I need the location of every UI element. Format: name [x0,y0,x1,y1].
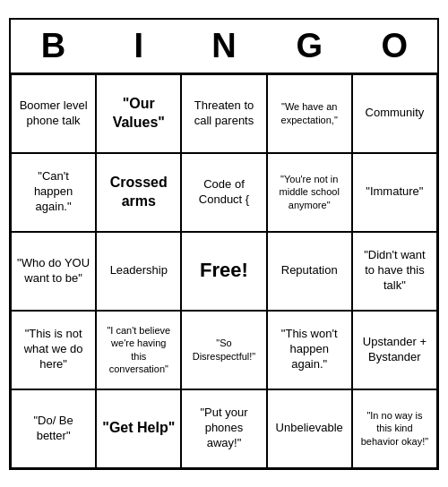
bingo-cell-12[interactable]: Free! [181,232,266,311]
bingo-cell-3[interactable]: "We have an expectation," [267,74,352,153]
letter-o: O [355,27,434,65]
bingo-cell-2[interactable]: Threaten to call parents [181,74,266,153]
bingo-cell-0[interactable]: Boomer level phone talk [11,74,96,153]
bingo-cell-23[interactable]: Unbelievable [267,389,352,468]
bingo-cell-24[interactable]: "In no way is this kind behavior okay!" [352,389,437,468]
bingo-cell-7[interactable]: Code of Conduct { [181,153,266,232]
bingo-cell-21[interactable]: "Get Help" [96,389,181,468]
bingo-header: B I N G O [11,20,437,74]
bingo-card: B I N G O Boomer level phone talk"Our Va… [9,18,439,470]
bingo-cell-10[interactable]: "Who do YOU want to be" [11,232,96,311]
bingo-cell-6[interactable]: Crossed arms [96,153,181,232]
letter-n: N [185,27,263,65]
letter-b: B [14,27,93,65]
bingo-cell-20[interactable]: "Do/ Be better" [11,389,96,468]
bingo-cell-4[interactable]: Community [352,74,437,153]
bingo-cell-8[interactable]: "You're not in middle school anymore" [267,153,352,232]
bingo-cell-17[interactable]: "So Disrespectful!" [181,311,266,389]
bingo-cell-11[interactable]: Leadership [96,232,181,311]
bingo-cell-19[interactable]: Upstander + Bystander [352,311,437,389]
bingo-cell-16[interactable]: "I can't believe we're having this conve… [96,311,181,389]
bingo-grid: Boomer level phone talk"Our Values"Threa… [11,74,437,468]
bingo-cell-9[interactable]: "Immature" [352,153,437,232]
bingo-cell-18[interactable]: "This won't happen again." [267,311,352,389]
bingo-cell-22[interactable]: "Put your phones away!" [181,389,266,468]
bingo-cell-1[interactable]: "Our Values" [96,74,181,153]
bingo-cell-14[interactable]: "Didn't want to have this talk" [352,232,437,311]
letter-i: I [99,27,178,65]
bingo-cell-13[interactable]: Reputation [267,232,352,311]
bingo-cell-5[interactable]: "Can't happen again." [11,153,96,232]
bingo-cell-15[interactable]: "This is not what we do here" [11,311,96,389]
letter-g: G [270,27,349,65]
